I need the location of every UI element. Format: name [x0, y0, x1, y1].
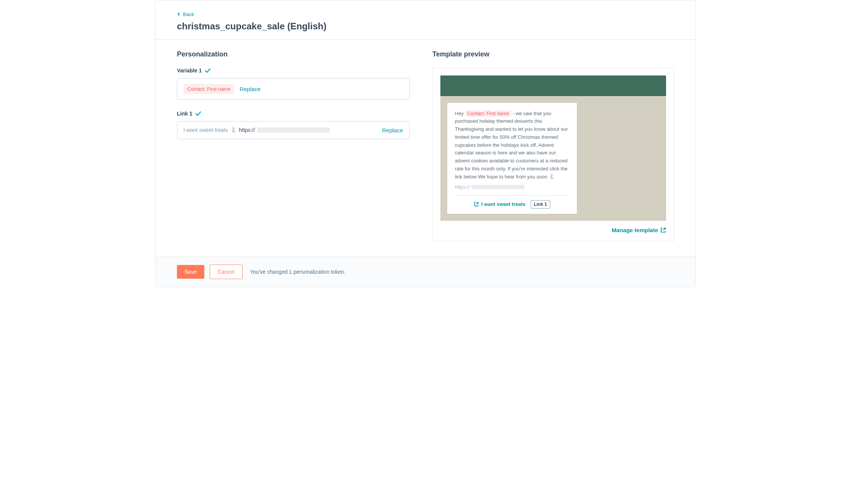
preview-url: https://: [455, 184, 569, 190]
footer-message: You've changed 1 personalization token.: [250, 269, 345, 275]
link-1-field[interactable]: I want sweet treats 🐇 https:// Replace: [177, 121, 409, 139]
redacted-url: [257, 127, 330, 133]
back-link[interactable]: Back: [177, 11, 194, 17]
link-1-replace-link[interactable]: Replace: [382, 127, 403, 133]
preview-token: Contact: First name: [465, 110, 511, 117]
variable-1-field[interactable]: Contact: First name Replace: [177, 78, 409, 100]
external-link-icon: [660, 227, 666, 233]
link-1-badge: Link 1: [531, 200, 550, 209]
link-1-group: Link 1 I want sweet treats 🐇 https:// Re…: [177, 111, 409, 139]
manage-template-link[interactable]: Manage template: [440, 227, 666, 233]
contact-first-name-token: Contact: First name: [183, 84, 234, 94]
external-link-icon: [474, 202, 479, 207]
save-button[interactable]: Save: [177, 265, 204, 279]
check-icon: [195, 111, 201, 117]
back-label: Back: [183, 11, 194, 17]
page-title: christmas_cupcake_sale (English): [177, 21, 674, 32]
footer-bar: Save Cancel You've changed 1 personaliza…: [156, 257, 695, 287]
preview-card: Hey Contact: First name - we saw that yo…: [432, 67, 674, 241]
variable-1-replace-link[interactable]: Replace: [239, 86, 260, 92]
link-1-content: I want sweet treats 🐇 https://: [183, 127, 330, 133]
redacted-url-sm: [471, 185, 525, 189]
preview-cta-link[interactable]: I want sweet treats: [474, 201, 525, 207]
cancel-button[interactable]: Cancel: [210, 265, 242, 279]
variable-1-label: Variable 1: [177, 67, 409, 74]
preview-header-strip: [440, 75, 666, 96]
page-header: Back christmas_cupcake_sale (English): [156, 0, 695, 40]
check-icon: [205, 67, 211, 74]
preview-outer: Hey Contact: First name - we saw that yo…: [440, 75, 666, 221]
template-preview-panel: Template preview Hey Contact: First name…: [432, 50, 674, 241]
variable-1-group: Variable 1 Contact: First name Replace: [177, 67, 409, 100]
preview-footer-row: I want sweet treats Link 1: [455, 195, 569, 209]
preview-text: Hey Contact: First name - we saw that yo…: [455, 110, 569, 181]
chevron-left-icon: [177, 12, 181, 16]
personalization-panel: Personalization Variable 1 Contact: Firs…: [177, 50, 409, 241]
link-1-label: Link 1: [177, 111, 409, 117]
personalization-heading: Personalization: [177, 50, 409, 58]
preview-heading: Template preview: [432, 50, 674, 58]
preview-body: Hey Contact: First name - we saw that yo…: [447, 103, 577, 214]
